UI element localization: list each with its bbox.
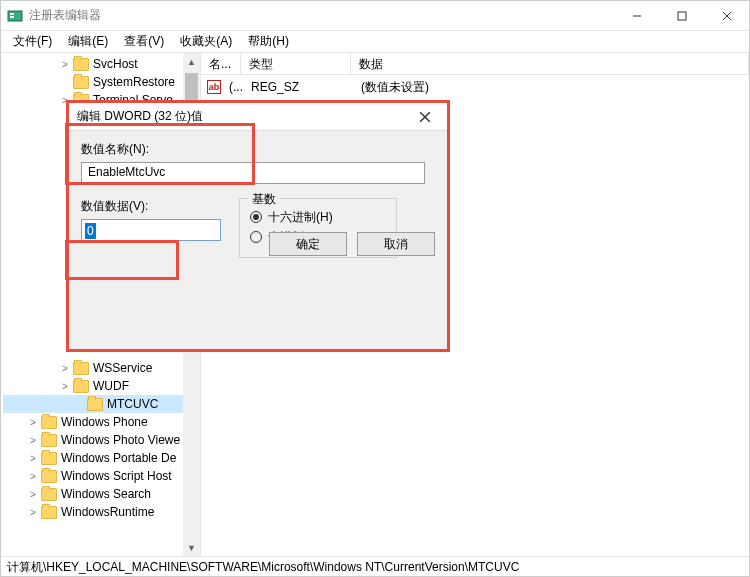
- tree-item-label: WSService: [93, 361, 152, 375]
- tree-item-label: MTCUVC: [107, 397, 158, 411]
- chevron-right-icon[interactable]: >: [27, 435, 39, 446]
- radio-unchecked-icon: [250, 231, 262, 243]
- chevron-right-icon[interactable]: >: [59, 59, 71, 70]
- tree-item[interactable]: SystemRestore: [3, 73, 200, 91]
- tree-item-label: Windows Phone: [61, 415, 148, 429]
- window-title: 注册表编辑器: [29, 7, 614, 24]
- menubar: 文件(F) 编辑(E) 查看(V) 收藏夹(A) 帮助(H): [1, 31, 749, 53]
- tree-item-label: Windows Script Host: [61, 469, 172, 483]
- chevron-right-icon[interactable]: >: [59, 363, 71, 374]
- menu-edit[interactable]: 编辑(E): [60, 31, 116, 52]
- value-name-field[interactable]: EnableMtcUvc: [81, 162, 425, 184]
- tree-item[interactable]: >Windows Phone: [3, 413, 200, 431]
- tree-item-label: SvcHost: [93, 57, 138, 71]
- chevron-right-icon[interactable]: >: [59, 381, 71, 392]
- radix-hex-radio[interactable]: 十六进制(H): [250, 207, 386, 227]
- close-button[interactable]: [704, 1, 749, 30]
- dialog-close-button[interactable]: [411, 103, 439, 131]
- value-data-text: 0: [85, 223, 96, 239]
- cell-type: REG_SZ: [243, 80, 353, 94]
- menu-help[interactable]: 帮助(H): [240, 31, 297, 52]
- folder-icon: [87, 398, 103, 411]
- dialog-body: 数值名称(N): EnableMtcUvc 数值数据(V): 0 基数 十六进制…: [69, 131, 447, 268]
- tree-item[interactable]: >Windows Script Host: [3, 467, 200, 485]
- tree-item[interactable]: >Windows Search: [3, 485, 200, 503]
- folder-icon: [41, 434, 57, 447]
- tree-item[interactable]: >Windows Photo Viewe: [3, 431, 200, 449]
- menu-favorites[interactable]: 收藏夹(A): [172, 31, 240, 52]
- radix-hex-label: 十六进制(H): [268, 209, 333, 226]
- tree-item-label: Windows Portable De: [61, 451, 176, 465]
- folder-icon: [41, 416, 57, 429]
- chevron-right-icon[interactable]: >: [27, 489, 39, 500]
- radio-checked-icon: [250, 211, 262, 223]
- list-header: 名... 类型 数据: [201, 53, 749, 75]
- col-data[interactable]: 数据: [351, 53, 749, 74]
- value-name-label: 数值名称(N):: [81, 141, 435, 158]
- tree-item-label: Windows Photo Viewe: [61, 433, 180, 447]
- folder-icon: [73, 362, 89, 375]
- col-name[interactable]: 名...: [201, 53, 241, 74]
- radix-legend: 基数: [248, 191, 280, 208]
- chevron-right-icon[interactable]: >: [27, 417, 39, 428]
- tree-item[interactable]: >SvcHost: [3, 55, 200, 73]
- folder-icon: [73, 380, 89, 393]
- statusbar: 计算机\HKEY_LOCAL_MACHINE\SOFTWARE\Microsof…: [1, 556, 749, 576]
- window-controls: [614, 1, 749, 30]
- regedit-icon: [7, 8, 23, 24]
- scroll-up-arrow-icon[interactable]: ▲: [183, 53, 200, 70]
- cell-name: (...: [221, 80, 243, 94]
- svg-rect-1: [10, 13, 14, 15]
- value-data-field[interactable]: 0: [81, 219, 221, 241]
- folder-icon: [73, 58, 89, 71]
- tree-item-label: SystemRestore: [93, 75, 175, 89]
- tree-item-label: WindowsRuntime: [61, 505, 154, 519]
- menu-view[interactable]: 查看(V): [116, 31, 172, 52]
- string-value-icon: ab: [207, 80, 221, 94]
- edit-dword-dialog: 编辑 DWORD (32 位)值 数值名称(N): EnableMtcUvc 数…: [68, 102, 448, 350]
- cancel-button[interactable]: 取消: [357, 232, 435, 256]
- ok-button[interactable]: 确定: [269, 232, 347, 256]
- cell-data: (数值未设置): [353, 79, 437, 96]
- menu-file[interactable]: 文件(F): [5, 31, 60, 52]
- dialog-title: 编辑 DWORD (32 位)值: [77, 108, 411, 125]
- maximize-button[interactable]: [659, 1, 704, 30]
- tree-item-label: WUDF: [93, 379, 129, 393]
- tree-item[interactable]: >WUDF: [3, 377, 200, 395]
- folder-icon: [41, 506, 57, 519]
- close-icon: [419, 111, 431, 123]
- chevron-right-icon[interactable]: >: [27, 471, 39, 482]
- svg-rect-4: [678, 12, 686, 20]
- tree-item[interactable]: >Windows Portable De: [3, 449, 200, 467]
- dialog-titlebar: 编辑 DWORD (32 位)值: [69, 103, 447, 131]
- folder-icon: [73, 76, 89, 89]
- scroll-down-arrow-icon[interactable]: ▼: [183, 539, 200, 556]
- chevron-right-icon[interactable]: >: [27, 453, 39, 464]
- titlebar: 注册表编辑器: [1, 1, 749, 31]
- value-data-label: 数值数据(V):: [81, 198, 221, 215]
- list-row[interactable]: ab (... REG_SZ (数值未设置): [201, 77, 749, 97]
- chevron-right-icon[interactable]: >: [27, 507, 39, 518]
- col-type[interactable]: 类型: [241, 53, 351, 74]
- minimize-button[interactable]: [614, 1, 659, 30]
- tree-item[interactable]: >WSService: [3, 359, 200, 377]
- folder-icon: [41, 470, 57, 483]
- svg-rect-2: [10, 16, 14, 18]
- dialog-buttons: 确定 取消: [269, 232, 435, 256]
- folder-icon: [41, 488, 57, 501]
- tree-item[interactable]: >WindowsRuntime: [3, 503, 200, 521]
- folder-icon: [41, 452, 57, 465]
- tree-item[interactable]: MTCUVC: [3, 395, 200, 413]
- tree-item-label: Windows Search: [61, 487, 151, 501]
